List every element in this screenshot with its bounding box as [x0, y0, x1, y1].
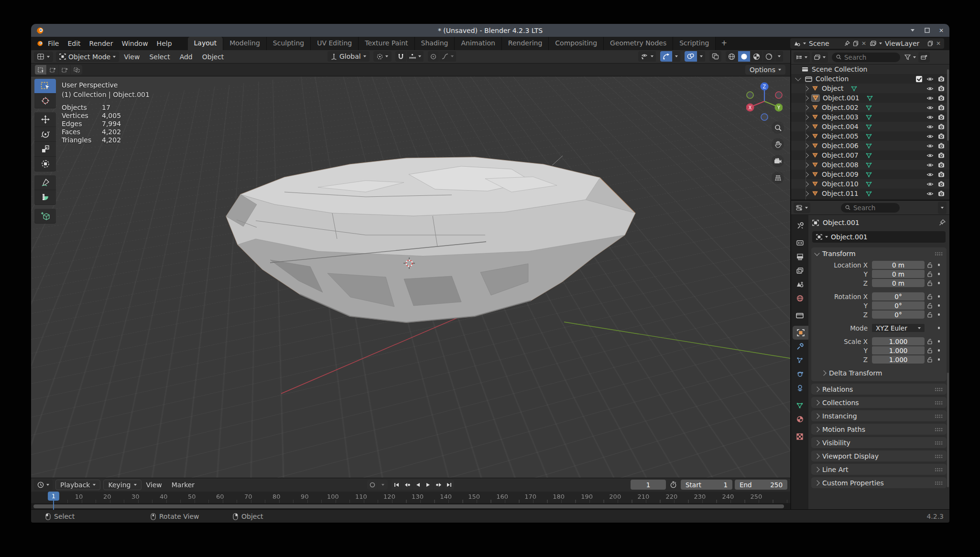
camera-visibility-toggle[interactable]	[938, 162, 945, 168]
remove-viewlayer-icon[interactable]: ✕	[936, 40, 941, 47]
outliner-row-object[interactable]: Object.008	[791, 160, 949, 170]
tab-modifiers[interactable]	[791, 340, 808, 353]
timeline-marker-menu[interactable]: Marker	[167, 481, 199, 489]
timeline-ruler[interactable]: 1020304050607080901001101201301401501601…	[31, 492, 790, 503]
custom-properties-panel-header[interactable]: Custom Properties	[811, 477, 947, 488]
hide-eye-toggle[interactable]	[926, 76, 934, 82]
panel-grip[interactable]	[935, 454, 943, 458]
tab-material[interactable]	[791, 412, 808, 426]
camera-visibility-toggle[interactable]	[938, 76, 945, 82]
location-y-field[interactable]: 0 m	[872, 270, 925, 278]
options-button[interactable]: Options	[745, 65, 785, 75]
start-frame-field[interactable]: Start 1	[681, 480, 732, 490]
unlink-scene-icon[interactable]: ✕	[861, 40, 866, 47]
menu-object[interactable]: Object	[197, 53, 229, 61]
tool-cursor[interactable]	[34, 94, 56, 108]
transform-panel-header[interactable]: Transform	[811, 247, 947, 260]
blender-menu-icon[interactable]	[36, 40, 44, 47]
window-close-icon[interactable]: ✕	[938, 27, 945, 34]
tool-move[interactable]	[34, 112, 56, 127]
camera-visibility-toggle[interactable]	[938, 152, 945, 158]
play-button[interactable]	[423, 480, 433, 490]
instancing-panel-header[interactable]: Instancing	[811, 410, 947, 421]
viewport-display-panel-header[interactable]: Viewport Display	[811, 450, 947, 461]
hide-eye-toggle[interactable]	[926, 143, 934, 149]
outliner-row-object[interactable]: Object.011	[791, 189, 949, 198]
animate-dot[interactable]	[935, 327, 943, 329]
lock-icon[interactable]	[925, 312, 935, 318]
outliner-row-object[interactable]: Object	[791, 84, 949, 93]
gizmo-y-neg-axis[interactable]	[747, 92, 753, 98]
menu-select[interactable]: Select	[144, 53, 174, 61]
rotation-y-field[interactable]: 0°	[872, 301, 925, 310]
outliner-row-scene-collection[interactable]: Scene Collection	[791, 64, 949, 74]
animate-dot[interactable]	[935, 273, 943, 275]
playback-menu[interactable]: Playback	[55, 480, 100, 490]
tab-animation[interactable]: Animation	[455, 37, 501, 50]
duplicate-icon[interactable]	[927, 41, 933, 46]
mode-dropdown[interactable]: Object Mode	[56, 52, 119, 62]
camera-visibility-toggle[interactable]	[938, 105, 945, 110]
tab-uv-editing[interactable]: UV Editing	[311, 37, 359, 50]
end-frame-field[interactable]: End 250	[735, 480, 787, 490]
pin-id-icon[interactable]	[939, 219, 946, 226]
gizmo-x-neg-axis[interactable]	[775, 92, 782, 98]
tool-select-box[interactable]	[34, 79, 56, 94]
playhead[interactable]: 1	[48, 492, 59, 501]
tab-world[interactable]	[791, 291, 808, 305]
shading-solid-button[interactable]	[738, 51, 750, 62]
tab-output[interactable]	[791, 250, 808, 264]
tab-scripting[interactable]: Scripting	[673, 37, 716, 50]
animate-dot[interactable]	[935, 340, 943, 343]
lock-icon[interactable]	[925, 357, 935, 363]
animate-dot[interactable]	[935, 358, 943, 361]
hide-eye-toggle[interactable]	[926, 162, 934, 168]
proportional-falloff-dropdown[interactable]	[439, 51, 456, 62]
show-gizmo-toggle[interactable]	[660, 51, 672, 62]
collapse-icon[interactable]	[795, 75, 801, 81]
outliner-search-input[interactable]: Search	[832, 53, 900, 62]
object-type-visibility-dropdown[interactable]	[638, 51, 656, 62]
previous-keyframe-button[interactable]	[402, 480, 412, 490]
collection-checkbox[interactable]	[916, 76, 922, 82]
outliner-row-object[interactable]: Object.009	[791, 170, 949, 179]
tab-layout[interactable]: Layout	[188, 37, 224, 50]
tab-object-data[interactable]	[791, 398, 808, 412]
tool-scale[interactable]	[34, 142, 56, 157]
window-restore-icon[interactable]	[909, 27, 916, 34]
menu-edit[interactable]: Edit	[63, 37, 85, 50]
visibility-panel-header[interactable]: Visibility	[811, 437, 947, 448]
viewlayer-selector[interactable]: ViewLayer ✕	[867, 38, 944, 49]
tab-constraints[interactable]	[791, 381, 808, 395]
menu-help[interactable]: Help	[152, 37, 176, 50]
navigation-gizmo[interactable]: Z X Y	[746, 81, 783, 122]
tab-compositing[interactable]: Compositing	[549, 37, 604, 50]
panel-grip[interactable]	[935, 468, 943, 471]
panel-grip[interactable]	[935, 441, 943, 445]
pivot-point-dropdown[interactable]	[373, 51, 392, 62]
panel-grip[interactable]	[935, 387, 943, 391]
collections-panel-header[interactable]: Collections	[811, 397, 947, 408]
tool-measure[interactable]	[34, 190, 56, 205]
outliner-scrollbar[interactable]	[947, 69, 949, 141]
location-x-field[interactable]: 0 m	[872, 261, 925, 269]
menu-window[interactable]: Window	[117, 37, 152, 50]
zoom-icon[interactable]	[772, 121, 784, 134]
proportional-edit-toggle[interactable]	[428, 51, 439, 62]
current-frame-field[interactable]: 1	[631, 480, 666, 490]
jump-to-end-button[interactable]	[444, 480, 454, 490]
tab-rendering[interactable]: Rendering	[502, 37, 549, 50]
snap-target-dropdown[interactable]	[407, 51, 424, 62]
tool-rotate[interactable]	[34, 127, 56, 142]
camera-visibility-toggle[interactable]	[938, 124, 945, 129]
new-collection-button[interactable]	[918, 52, 930, 63]
hide-eye-toggle[interactable]	[926, 124, 934, 129]
tab-tool[interactable]	[791, 219, 808, 233]
pin-icon[interactable]	[844, 41, 850, 46]
tab-shading[interactable]: Shading	[415, 37, 455, 50]
lock-icon[interactable]	[925, 303, 935, 309]
add-workspace-button[interactable]: +	[716, 37, 732, 50]
delta-transform-panel-header[interactable]: Delta Transform	[811, 368, 947, 378]
properties-scrollbar[interactable]	[947, 373, 949, 487]
tab-object[interactable]	[793, 326, 808, 340]
